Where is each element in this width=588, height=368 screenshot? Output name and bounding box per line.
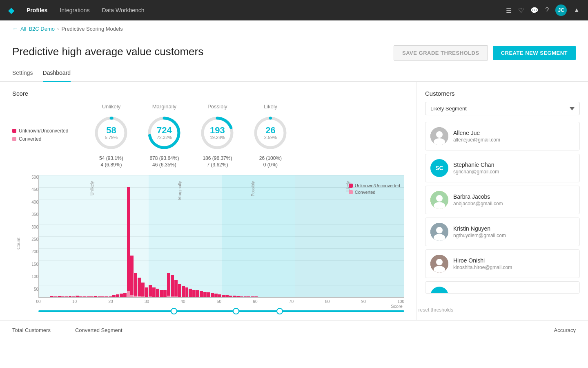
nav-profiles[interactable]: Profiles [27, 7, 47, 13]
bar-item [273, 297, 276, 297]
legend-converted: Converted [12, 136, 68, 142]
bar-item [149, 285, 152, 297]
bar-item [284, 297, 287, 297]
bar-item [145, 287, 148, 297]
bar-item [160, 290, 163, 297]
customer-avatar-2 [430, 191, 448, 209]
customer-card-2[interactable]: Barbra Jacobs anbjacobs@gmail.com [425, 186, 580, 214]
breadcrumb-all[interactable]: All [20, 26, 26, 32]
bar-item [207, 292, 210, 297]
chart-legend-unknown-icon [349, 184, 353, 188]
bar-item [254, 296, 258, 297]
slider-handle-3[interactable] [276, 308, 283, 314]
circle-likely-label: Likely [264, 103, 277, 110]
converted-segment-label: Converted Segment [75, 327, 122, 333]
bar-item [167, 273, 170, 297]
segment-select[interactable]: Likely Segment [425, 102, 580, 115]
customer-avatar-1: SC [430, 159, 448, 177]
circle-unlikely-label: Unlikely [102, 103, 121, 110]
circle-unlikely: Unlikely 58 5.79% 54 (93.1%) 4 (6.89%) [93, 103, 129, 168]
nav-data-workbench[interactable]: Data Workbench [102, 7, 145, 13]
bar-item [280, 297, 283, 297]
bar-item [240, 296, 243, 297]
help-icon[interactable]: ? [545, 7, 549, 14]
x-axis: 0102030405060708090100 [38, 298, 404, 304]
customer-card-1[interactable]: SC Stephanie Chan sgnchan@gmail.com [425, 154, 580, 182]
menu-icon[interactable]: ☰ [506, 7, 512, 14]
svg-point-12 [436, 195, 443, 202]
slider-handle-2[interactable] [233, 308, 239, 314]
chat-icon[interactable]: 💬 [530, 7, 539, 14]
bar-item [163, 290, 167, 297]
circle-marginally-stats: 678 (93.64%) 46 (6.35%) [149, 155, 179, 168]
chevron-up-icon[interactable]: ▲ [573, 7, 580, 14]
bar-item [94, 296, 97, 297]
bar-chart: Unlikely Marginally Possibly Likely Unkn… [38, 175, 404, 312]
bar-item [287, 297, 291, 297]
y-label-250: 250 [27, 237, 38, 242]
breadcrumb-b2c[interactable]: B2C Demo [29, 26, 55, 32]
bar-item [225, 295, 229, 297]
circle-unlikely-stats: 54 (93.1%) 4 (6.89%) [99, 155, 123, 168]
svg-point-15 [436, 227, 443, 233]
customer-card-0[interactable]: Allene Jue allenejue@gmail.com [425, 122, 580, 150]
heart-icon[interactable]: ♡ [518, 7, 524, 14]
customer-info-1: Stephanie Chan sgnchan@gmail.com [453, 162, 575, 175]
customer-email-3: ngthuydiem@gmail.com [453, 233, 575, 238]
bar-item [295, 297, 298, 297]
create-new-segment-button[interactable]: CREATE NEW SEGMENT [493, 46, 576, 60]
user-avatar[interactable]: JC [555, 4, 567, 16]
y-label-450: 450 [27, 187, 38, 192]
bar-item [105, 296, 108, 297]
bar-item [123, 293, 127, 297]
bar-item [262, 297, 265, 297]
navbar: ◆ Profiles Integrations Data Workbench ☰… [0, 0, 588, 20]
customer-card-4[interactable]: Hiroe Onishi kinoshita.hiroe@gmail.com [425, 249, 580, 278]
customer-card-3[interactable]: Kristin Nguyen ngthuydiem@gmail.com [425, 218, 580, 246]
threshold-slider[interactable]: reset thresholds [38, 310, 404, 312]
legend-unknown-label: Unknown/Unconverted [19, 128, 68, 134]
bar-item [72, 296, 75, 297]
slider-handle-1[interactable] [171, 308, 177, 314]
tabs: Settings Dashboard [0, 65, 588, 82]
back-arrow-icon[interactable]: ← [12, 25, 18, 32]
y-label-400: 400 [27, 200, 38, 204]
circle-possibly-label: Possibly [207, 103, 227, 110]
donut-likely-num: 26 [264, 126, 277, 135]
customer-avatar-0 [430, 127, 448, 145]
circle-marginally: Marginally 724 72.32% 678 (93.64%) 46 (6… [146, 103, 183, 168]
score-circles: Unknown/Unconverted Converted Unlikely 5… [12, 103, 404, 168]
bar-item [79, 296, 82, 297]
bottom-bar: Total Customers Converted Segment Accura… [0, 320, 588, 340]
bar-item [316, 297, 320, 297]
bar-item [156, 289, 159, 297]
circle-possibly: Possibly 193 19.28% 186 (96.37%) 7 (3.62… [199, 103, 236, 168]
bar-item [203, 292, 207, 297]
bar-item [69, 296, 72, 297]
y-label-500: 500 [27, 175, 38, 180]
customer-email-4: kinoshita.hiroe@gmail.com [453, 265, 575, 270]
y-label-200: 200 [27, 249, 38, 254]
reset-thresholds-link[interactable]: reset thresholds [419, 307, 453, 313]
bar-item [152, 287, 156, 297]
nav-integrations[interactable]: Integrations [60, 7, 89, 13]
bar-item [265, 297, 269, 297]
bar-item [302, 297, 305, 297]
bar-item [138, 278, 141, 297]
customer-name-4: Hiroe Onishi [453, 257, 575, 264]
tab-settings[interactable]: Settings [12, 65, 33, 82]
customer-avatar-3 [430, 223, 448, 241]
donut-marginally: 724 72.32% [146, 114, 183, 151]
save-grade-thresholds-button[interactable]: SAVE GRADE THRESHOLDS [394, 45, 488, 61]
bar-item [83, 296, 86, 297]
bar-item [200, 291, 203, 297]
right-panel: Customers Likely Segment Allene Jue alle… [416, 82, 588, 320]
tab-dashboard[interactable]: Dashboard [43, 65, 71, 82]
customer-card-5-partial[interactable] [425, 281, 580, 294]
customer-name-0: Allene Jue [453, 130, 575, 136]
accuracy-stat: Accuracy [554, 327, 576, 333]
bar-item [211, 293, 214, 297]
donut-unlikely-pct: 5.79% [105, 135, 118, 140]
donut-unlikely-num: 58 [105, 126, 118, 135]
bar-item [192, 290, 196, 297]
